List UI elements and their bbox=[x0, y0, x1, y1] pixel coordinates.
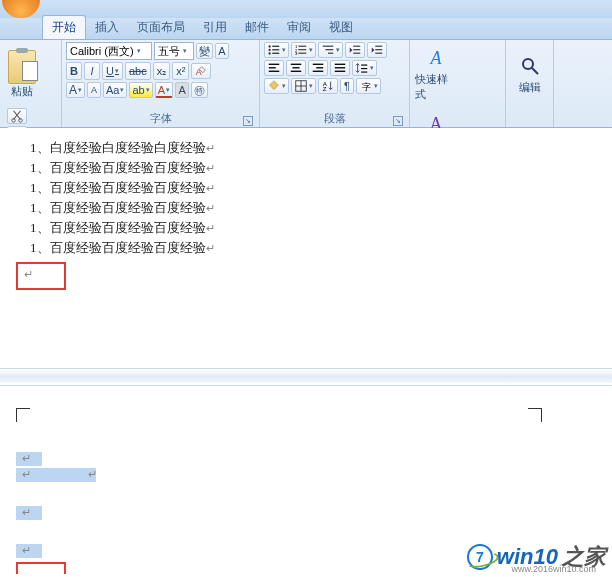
align-center-button[interactable] bbox=[286, 60, 306, 76]
svg-rect-39 bbox=[335, 71, 346, 72]
subscript-button[interactable]: x₂ bbox=[153, 62, 171, 80]
svg-text:Z: Z bbox=[323, 85, 327, 92]
svg-rect-38 bbox=[335, 67, 346, 68]
svg-rect-41 bbox=[361, 68, 367, 69]
asian-layout-button[interactable]: 字 bbox=[356, 78, 381, 94]
svg-rect-25 bbox=[375, 46, 382, 47]
shading-button[interactable] bbox=[264, 78, 289, 94]
paste-button[interactable]: 粘贴 bbox=[4, 42, 40, 106]
paste-label: 粘贴 bbox=[11, 84, 33, 99]
doc-line[interactable]: 1、白度经验白度经验白度经验↵ bbox=[30, 138, 610, 158]
svg-rect-21 bbox=[328, 53, 333, 54]
svg-rect-32 bbox=[293, 67, 300, 68]
page-gap bbox=[0, 368, 612, 386]
doc-line[interactable]: 1、百度经验百度经验百度经验↵ bbox=[30, 198, 610, 218]
clear-format-button[interactable]: A bbox=[191, 63, 211, 79]
watermark-url: www.2016win10.com bbox=[511, 564, 596, 574]
ribbon-tabs: 开始 插入 页面布局 引用 邮件 审阅 视图 bbox=[0, 18, 612, 40]
font-size-select[interactable]: 五号 bbox=[154, 42, 194, 60]
increase-indent-button[interactable] bbox=[367, 42, 387, 58]
underline-button[interactable]: U bbox=[102, 62, 123, 80]
cut-button[interactable] bbox=[7, 108, 27, 124]
show-marks-button[interactable]: ¶ bbox=[340, 78, 354, 94]
line-spacing-button[interactable] bbox=[352, 60, 377, 76]
svg-rect-40 bbox=[361, 65, 367, 66]
doc-line[interactable]: 1、百度经验百度经验百度经验↵ bbox=[30, 178, 610, 198]
quick-styles-button[interactable]: A 快速样式 bbox=[414, 42, 458, 106]
svg-rect-30 bbox=[269, 71, 280, 72]
tab-page-layout[interactable]: 页面布局 bbox=[128, 16, 194, 39]
sort-button[interactable]: AZ bbox=[318, 78, 338, 94]
paste-icon bbox=[8, 50, 36, 84]
group-font-label: 字体↘ bbox=[66, 110, 255, 127]
paragraph-mark-icon: ↵ bbox=[206, 202, 215, 214]
char-shading-button[interactable]: A bbox=[175, 82, 189, 98]
strikethrough-button[interactable]: abc bbox=[125, 62, 151, 80]
document-page-2[interactable]: ↵ ↵ ↵ ↵ ↵ 7 win10之家 www.2016win10.com bbox=[0, 386, 612, 576]
svg-rect-33 bbox=[291, 71, 302, 72]
borders-button[interactable] bbox=[291, 78, 316, 94]
enclosed-char-button[interactable]: ㊕ bbox=[191, 82, 208, 98]
tab-references[interactable]: 引用 bbox=[194, 16, 236, 39]
svg-point-9 bbox=[268, 49, 270, 51]
ribbon: 粘贴 剪贴板↘ Calibri (西文) 五号 變 A B I U abc bbox=[0, 40, 612, 128]
bullets-button[interactable] bbox=[264, 42, 289, 58]
svg-rect-37 bbox=[335, 64, 346, 65]
char-border-button[interactable]: A bbox=[215, 43, 229, 59]
doc-line[interactable]: 1、百度经验百度经验百度经验↵ bbox=[30, 158, 610, 178]
svg-rect-10 bbox=[272, 49, 279, 50]
grow-font-button[interactable]: A bbox=[66, 82, 85, 98]
doc-line[interactable]: 1、百度经验百度经验百度经验↵ bbox=[30, 218, 610, 238]
watermark-logo-icon: 7 bbox=[467, 544, 493, 570]
decrease-indent-button[interactable] bbox=[345, 42, 365, 58]
svg-rect-12 bbox=[272, 53, 279, 54]
svg-point-11 bbox=[268, 52, 270, 54]
office-button[interactable] bbox=[2, 0, 40, 18]
paragraph-mark-icon: ↵ bbox=[206, 162, 215, 174]
paragraph-launcher[interactable]: ↘ bbox=[393, 116, 403, 126]
paragraph-mark-icon: ↵ bbox=[22, 544, 31, 557]
multilevel-button[interactable] bbox=[318, 42, 343, 58]
svg-rect-14 bbox=[298, 46, 306, 47]
svg-point-7 bbox=[268, 45, 270, 47]
font-color-button[interactable]: A bbox=[155, 82, 173, 98]
numbering-button[interactable]: 123 bbox=[291, 42, 316, 58]
paragraph-mark-icon: ↵ bbox=[24, 268, 33, 281]
tab-home[interactable]: 开始 bbox=[42, 15, 86, 39]
shrink-font-button[interactable]: A bbox=[87, 82, 101, 98]
group-styles: A 快速样式 A 更改样式 样式↘ bbox=[410, 40, 506, 127]
svg-rect-8 bbox=[272, 46, 279, 47]
svg-rect-16 bbox=[298, 49, 306, 50]
group-paragraph: 123 AZ ¶ 字 段落↘ bbox=[260, 40, 410, 127]
svg-text:字: 字 bbox=[362, 82, 371, 92]
doc-line[interactable]: 1、百度经验百度经验百度经验↵ bbox=[30, 238, 610, 258]
tab-insert[interactable]: 插入 bbox=[86, 16, 128, 39]
tab-mailings[interactable]: 邮件 bbox=[236, 16, 278, 39]
svg-rect-20 bbox=[325, 49, 333, 50]
tab-view[interactable]: 视图 bbox=[320, 16, 362, 39]
group-font: Calibri (西文) 五号 變 A B I U abc x₂ x² A A … bbox=[62, 40, 260, 127]
pinyin-guide-button[interactable]: 變 bbox=[196, 43, 213, 59]
paragraph-mark-icon: ↵ bbox=[88, 468, 97, 481]
bold-button[interactable]: B bbox=[66, 62, 82, 80]
svg-rect-26 bbox=[375, 49, 382, 50]
change-case-button[interactable]: Aa bbox=[103, 82, 127, 98]
tab-review[interactable]: 审阅 bbox=[278, 16, 320, 39]
svg-rect-31 bbox=[291, 64, 302, 65]
align-left-button[interactable] bbox=[264, 60, 284, 76]
svg-rect-34 bbox=[313, 64, 324, 65]
highlight-button[interactable]: ab bbox=[129, 82, 152, 98]
paragraph-mark-icon: ↵ bbox=[206, 222, 215, 234]
document-page-1[interactable]: 1、白度经验白度经验白度经验↵ 1、百度经验百度经验百度经验↵ 1、百度经验百度… bbox=[0, 128, 612, 368]
align-right-button[interactable] bbox=[308, 60, 328, 76]
superscript-button[interactable]: x² bbox=[172, 62, 189, 80]
italic-button[interactable]: I bbox=[84, 62, 100, 80]
paragraph-mark-icon: ↵ bbox=[22, 468, 31, 481]
group-editing-label bbox=[510, 125, 549, 127]
editing-button[interactable]: 编辑 bbox=[510, 42, 550, 106]
svg-rect-19 bbox=[323, 46, 334, 47]
paragraph-mark-icon: ↵ bbox=[206, 182, 215, 194]
font-launcher[interactable]: ↘ bbox=[243, 116, 253, 126]
justify-button[interactable] bbox=[330, 60, 350, 76]
font-name-select[interactable]: Calibri (西文) bbox=[66, 42, 152, 60]
